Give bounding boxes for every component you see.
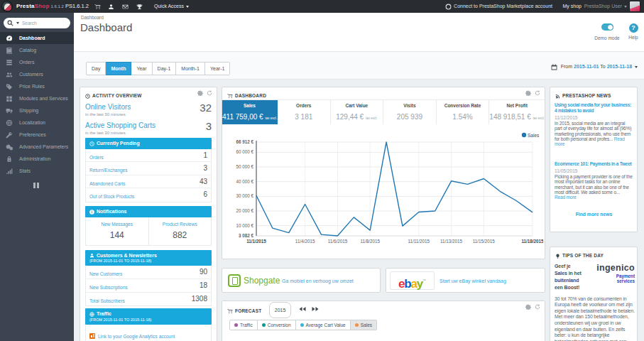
toolbar: DayMonthYearDay-1Month-1Year-1 From 2015… xyxy=(74,51,644,80)
pending-row-orders[interactable]: Orders1 xyxy=(86,149,211,163)
marketplace-connect-link[interactable]: Connect to PrestaShop Marketplace accoun… xyxy=(445,4,552,10)
cart-icon xyxy=(227,308,233,314)
sidebar-item-localization[interactable]: Localization xyxy=(0,117,74,129)
range-button-day-1[interactable]: Day-1 xyxy=(153,62,177,75)
search-scope-caret-icon[interactable] xyxy=(16,22,19,24)
trophy-icon[interactable] xyxy=(136,4,143,10)
quick-access-menu[interactable]: Quick Access xyxy=(154,4,189,9)
sidebar-item-catalog[interactable]: Catalog xyxy=(0,44,74,56)
sidebar-item-preferences[interactable]: Preferences xyxy=(0,129,74,141)
news-article: Ecommerce 101: Payments in a Tweet 11/05… xyxy=(555,161,633,200)
kpi-visits[interactable]: Visits205 939 xyxy=(383,100,437,124)
tip-content[interactable]: ingenico Paymentservices Geef je Sales i… xyxy=(550,259,637,341)
sidebar-item-advanced-parameters[interactable]: Advanced Parameters xyxy=(0,141,74,153)
tag-icon xyxy=(6,83,13,90)
help-icon[interactable]: ? xyxy=(629,23,638,33)
customers-row-new-customers[interactable]: New Customers90 xyxy=(86,266,211,279)
kpi-conversion-rate[interactable]: Conversion Rate1.54% xyxy=(437,100,490,124)
gear-icon[interactable] xyxy=(525,304,531,310)
forecast-legend-conversion[interactable]: Conversion xyxy=(258,320,296,330)
sidebar-item-dashboard[interactable]: Dashboard xyxy=(0,32,74,44)
forward-icon[interactable] xyxy=(312,306,319,312)
dashboard-panel: DASHBOARD Sales411 759,00 € tax excl.Ord… xyxy=(222,87,545,259)
active-carts-label[interactable]: Active Shopping Carts xyxy=(85,121,212,129)
kpi-sales[interactable]: Sales411 759,00 € tax excl. xyxy=(222,100,278,124)
date-range-picker[interactable]: From 2015-11-01 To 2015-11-18 xyxy=(551,64,638,70)
forecast-legend: TrafficConversionAverage Cart ValueSales xyxy=(229,320,545,330)
cart-icon[interactable] xyxy=(94,4,101,10)
sidebar-item-stats[interactable]: Stats xyxy=(0,165,74,177)
sidebar-item-administration[interactable]: Administration xyxy=(0,153,74,165)
mail-icon[interactable] xyxy=(122,4,129,10)
sidebar-item-modules-and-services[interactable]: Modules and Services xyxy=(0,92,74,104)
range-button-month[interactable]: Month xyxy=(106,62,131,75)
brand-version: 1.6.1.2 xyxy=(51,4,64,9)
news-article-title[interactable]: Ecommerce 101: Payments in a Tweet xyxy=(555,161,633,167)
sidebar-item-orders[interactable]: Orders xyxy=(0,56,74,68)
user-menu[interactable]: PrestaShop User xyxy=(584,4,627,9)
news-article-date: 11/05/2015 xyxy=(555,168,633,173)
sidebar-item-price-rules[interactable]: Price Rules xyxy=(0,80,74,92)
pending-row-abandoned-carts[interactable]: Abandoned Carts43 xyxy=(86,175,211,189)
google-analytics-link[interactable]: Link to your Google Analytics account xyxy=(98,334,175,339)
news-panel-title: PRESTASHOP NEWS xyxy=(555,93,611,98)
forecast-legend-average-cart-value[interactable]: Average Cart Value xyxy=(296,320,351,330)
ebay-link[interactable]: Start uw eBay winkel vandaag xyxy=(440,278,506,283)
user-avatar[interactable] xyxy=(629,1,640,12)
pending-row-return-exchanges[interactable]: Return/Exchanges3 xyxy=(86,162,211,175)
legend-dot-icon xyxy=(234,323,238,327)
news-article-title[interactable]: Using social media for your business: 4 … xyxy=(555,102,633,114)
refresh-icon[interactable] xyxy=(535,304,540,310)
forecast-year-badge[interactable]: 2015 xyxy=(269,302,292,318)
search-icon[interactable] xyxy=(7,20,13,26)
shopgate-banner[interactable]: Shopgate Ga mobiel en verhoog uw omzet xyxy=(222,268,381,293)
my-shop-link[interactable]: My shop xyxy=(563,4,582,9)
customers-row-total-subscribers[interactable]: Total Subscribers1308 xyxy=(86,293,211,306)
kpi-cart-value[interactable]: Cart Value129,44 € tax excl. xyxy=(331,100,384,124)
refresh-icon[interactable] xyxy=(535,90,540,96)
shopgate-link[interactable]: Ga mobiel en verhoog uw omzet xyxy=(282,278,354,283)
sidebar-item-shipping[interactable]: Shipping xyxy=(0,104,74,117)
sidebar-item-customers[interactable]: Customers xyxy=(0,68,74,80)
online-visitors-label[interactable]: Online Visitors xyxy=(85,103,212,111)
gear-icon[interactable] xyxy=(197,90,203,96)
pending-row-out-of-stock-products[interactable]: Out of Stock Products6 xyxy=(86,188,211,202)
page-head: Dashboard Dashboard Demo mode ? Help xyxy=(74,13,644,51)
find-more-news-link[interactable]: Find more news xyxy=(555,212,633,217)
range-button-year-1[interactable]: Year-1 xyxy=(205,62,230,75)
sales-line-chart[interactable]: 3 082 €10 000 €20 000 €30 000 €40 000 €5… xyxy=(222,124,543,259)
read-more-link[interactable]: Read more xyxy=(555,195,577,200)
range-button-day[interactable]: Day xyxy=(86,62,106,75)
legend-dot-icon xyxy=(300,323,304,327)
search-input[interactable] xyxy=(22,18,72,27)
gauge-icon xyxy=(6,35,13,42)
customers-row-new-subscriptions[interactable]: New Subscriptions18 xyxy=(86,279,211,293)
demo-mode-toggle[interactable] xyxy=(601,23,613,31)
calendar-icon xyxy=(551,64,557,70)
new-messages-cell[interactable]: New Messages 144 xyxy=(86,217,148,245)
forecast-legend-sales[interactable]: Sales xyxy=(351,320,377,330)
x-axis-tick-label: 11/1/2015 xyxy=(246,239,266,244)
news-article-body: Picking a payment provider is one of the… xyxy=(555,174,633,200)
activity-overview-panel: ACTIVITY OVERVIEW Online Visitors in the… xyxy=(80,87,217,341)
globe-icon xyxy=(6,119,13,126)
users-icon xyxy=(6,71,13,78)
y-axis-tick-label: 40 000 € xyxy=(236,179,253,184)
kpi-orders[interactable]: Orders3 181 xyxy=(278,100,331,124)
kpi-net-profit[interactable]: Net Profit148 918,51 € tax excl. xyxy=(489,100,545,124)
forecast-legend-traffic[interactable]: Traffic xyxy=(229,320,258,330)
user-icon[interactable] xyxy=(108,4,114,10)
backward-icon[interactable] xyxy=(299,306,306,312)
range-button-month-1[interactable]: Month-1 xyxy=(176,62,205,75)
shop-version: PS1.6.1.2 xyxy=(65,3,89,9)
range-button-year[interactable]: Year xyxy=(131,62,152,75)
gear-icon[interactable] xyxy=(525,90,531,96)
collapse-sidebar-button[interactable] xyxy=(33,183,40,188)
prestashop-news-panel: PRESTASHOP NEWS Using social media for y… xyxy=(550,87,638,232)
ebay-banner[interactable]: ebay™ Start uw eBay winkel vandaag xyxy=(386,268,545,293)
refresh-icon[interactable] xyxy=(207,90,212,96)
legend-dot-icon xyxy=(262,323,266,327)
product-reviews-cell[interactable]: Product Reviews 882 xyxy=(148,217,212,245)
prestashop-logo-icon[interactable] xyxy=(1,1,13,12)
chart-legend-label: Sales xyxy=(528,133,540,138)
